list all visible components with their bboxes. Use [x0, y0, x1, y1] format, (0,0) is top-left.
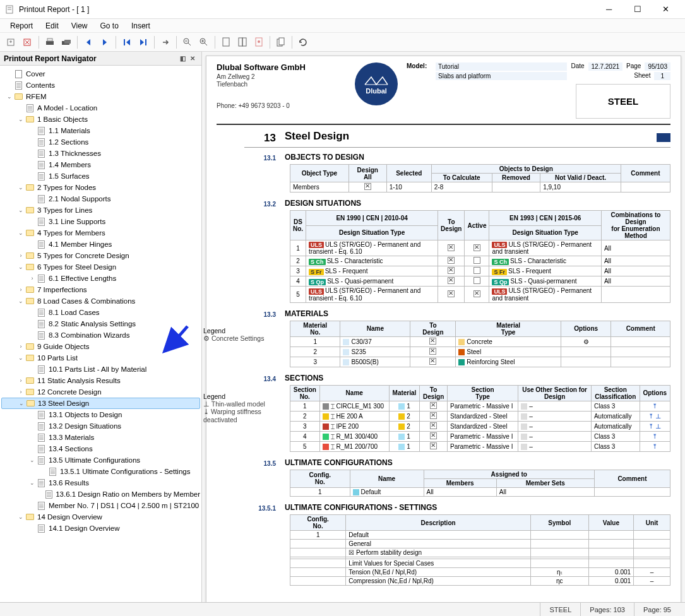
folder-icon	[25, 183, 34, 192]
tree-item[interactable]: 13.1 Objects to Design	[1, 409, 200, 420]
tree-item[interactable]: 1.4 Members	[1, 159, 200, 170]
doc-icon	[37, 478, 45, 487]
tree-label: 13.4 Sections	[47, 445, 93, 453]
navigator-tree[interactable]: CoverContents⌄RFEMA Model - Location⌄1 B…	[0, 66, 201, 602]
doc-icon	[37, 365, 45, 374]
toolbar-refresh-icon[interactable]	[295, 35, 311, 50]
tree-item[interactable]: ⌄1 Basic Objects	[1, 114, 200, 125]
tree-item[interactable]: ⌄13 Steel Design	[1, 398, 200, 409]
svg-point-22	[258, 40, 260, 43]
minimize-button[interactable]: ─	[595, 0, 623, 19]
tree-label: Cover	[25, 70, 45, 78]
close-button[interactable]: ✕	[652, 0, 680, 19]
toolbar-export-icon[interactable]	[4, 35, 19, 50]
tree-item[interactable]: Contents	[1, 80, 200, 91]
menu-goto[interactable]: Go to	[94, 21, 125, 30]
tree-label: 1.5 Surfaces	[47, 172, 90, 180]
toolbar-next-icon[interactable]	[97, 35, 112, 50]
toolbar-goto-icon[interactable]	[158, 35, 173, 50]
tree-item[interactable]: 10.1 Parts List - All by Material	[1, 364, 200, 375]
tree-label: 6 Types for Steel Design	[36, 263, 116, 271]
menu-report[interactable]: Report	[4, 21, 39, 30]
dlubal-logo-icon: Dlubal	[355, 62, 398, 105]
tree-item[interactable]: ⌄RFEM	[1, 91, 200, 102]
toolbar-last-icon[interactable]	[136, 35, 151, 50]
tree-item[interactable]: 13.3 Materials	[1, 432, 200, 443]
tree-item[interactable]: 1.1 Materials	[1, 125, 200, 136]
report-content[interactable]: Dlubal Software GmbH Am Zellweg 2 Tiefen…	[202, 52, 685, 602]
tree-label: 8.1 Load Cases	[47, 309, 100, 316]
company-addr1: Am Zellweg 2	[217, 73, 346, 81]
close-panel-icon[interactable]: ✕	[188, 54, 198, 64]
tree-item[interactable]: ⌄14 Design Overview	[1, 511, 200, 523]
tree-item[interactable]: Cover	[1, 68, 200, 80]
menu-edit[interactable]: Edit	[39, 21, 65, 30]
tree-item[interactable]: ⌄10 Parts List	[1, 352, 200, 364]
tree-item[interactable]: ›9 Guide Objects	[1, 341, 200, 352]
tree-label: 13.5 Ultimate Configurations	[47, 456, 140, 464]
tree-item[interactable]: 2.1 Nodal Supports	[1, 193, 200, 204]
table-sections: SectionNo.NameMaterialToDesignSectionTyp…	[290, 385, 670, 452]
folder-icon	[26, 399, 35, 408]
tree-item[interactable]: 1.5 Surfaces	[1, 170, 200, 182]
tree-item[interactable]: ›11 Static Analysis Results	[1, 375, 200, 386]
table-objects: Object TypeDesignAllSelectedObjects to D…	[290, 164, 670, 192]
tree-item[interactable]: 13.4 Sections	[1, 443, 200, 454]
tree-item[interactable]: 13.6.1 Design Ratio on Members by Member	[1, 489, 200, 500]
tree-item[interactable]: Member No. 7 | DS1 | CO4 | 2.500 m | ST2…	[1, 500, 200, 511]
tree-label: 8 Load Cases & Combinations	[36, 297, 135, 305]
toolbar-first-icon[interactable]	[119, 35, 134, 50]
tree-item[interactable]: A Model - Location	[1, 102, 200, 114]
tree-item[interactable]: ⌄8 Load Cases & Combinations	[1, 295, 200, 307]
toolbar-zoom-in-icon[interactable]	[196, 35, 211, 50]
folder-icon	[25, 297, 34, 305]
maximize-button[interactable]: ☐	[623, 0, 652, 19]
toolbar-copy-icon[interactable]	[273, 35, 289, 50]
toolbar-page-icon[interactable]	[218, 35, 234, 50]
tree-item[interactable]: 13.2 Design Situations	[1, 420, 200, 432]
tree-label: 14 Design Overview	[36, 513, 102, 521]
tree-item[interactable]: 3.1 Line Supports	[1, 216, 200, 227]
tree-item[interactable]: 1.3 Thicknesses	[1, 148, 200, 159]
tree-label: 8.2 Static Analysis Settings	[47, 320, 136, 328]
tree-item[interactable]: 1.2 Sections	[1, 136, 200, 148]
tree-item[interactable]: ›12 Concrete Design	[1, 386, 200, 398]
toolbar-settings-icon[interactable]	[251, 35, 266, 50]
tree-label: 13.2 Design Situations	[47, 422, 121, 430]
tree-item[interactable]: 4.1 Member Hinges	[1, 239, 200, 250]
tree-item[interactable]: ›6.1 Effective Lengths	[1, 273, 200, 284]
tree-item[interactable]: ›7 Imperfections	[1, 284, 200, 295]
tree-item[interactable]: 8.1 Load Cases	[1, 307, 200, 318]
tree-item[interactable]: ›5 Types for Concrete Design	[1, 250, 200, 261]
menu-view[interactable]: View	[65, 21, 94, 30]
toolbar-delete-icon[interactable]	[20, 35, 35, 50]
tree-item[interactable]: ⌄13.6 Results	[1, 477, 200, 489]
tree-label: 11 Static Analysis Results	[36, 377, 121, 384]
sec-13-num: 13	[206, 130, 285, 145]
svg-rect-8	[64, 40, 71, 44]
toolbar-prev-icon[interactable]	[81, 35, 96, 50]
tree-item[interactable]: 8.3 Combination Wizards	[1, 329, 200, 341]
tree-label: 7 Imperfections	[36, 286, 87, 293]
tree-item[interactable]: ⌄4 Types for Members	[1, 227, 200, 239]
toolbar-print-icon[interactable]	[42, 35, 57, 50]
tree-label: 1.3 Thicknesses	[47, 150, 101, 157]
tree-label: 13 Steel Design	[37, 400, 89, 407]
tree-label: 2.1 Nodal Supports	[47, 195, 110, 203]
tree-item[interactable]: ⌄3 Types for Lines	[1, 204, 200, 216]
toolbar-pages-icon[interactable]	[235, 35, 250, 50]
menu-insert[interactable]: Insert	[125, 21, 157, 30]
undock-icon[interactable]: ◧	[177, 54, 188, 64]
svg-rect-5	[46, 41, 54, 45]
toolbar-print-all-icon[interactable]	[59, 35, 74, 50]
tree-item[interactable]: 13.5.1 Ultimate Configurations - Setting…	[1, 466, 200, 477]
tree-item[interactable]: 14.1 Design Overview	[1, 523, 200, 534]
tree-label: 12 Concrete Design	[36, 388, 102, 396]
tree-item[interactable]: ⌄2 Types for Nodes	[1, 182, 200, 193]
tree-item[interactable]: ⌄13.5 Ultimate Configurations	[1, 454, 200, 466]
table-uc: Config.No.NameAssigned toComment Members…	[290, 470, 670, 497]
tree-item[interactable]: ⌄6 Types for Steel Design	[1, 261, 200, 273]
tree-item[interactable]: 8.2 Static Analysis Settings	[1, 318, 200, 329]
toolbar-zoom-out-icon[interactable]	[180, 35, 195, 50]
table-materials: MaterialNo.NameToDesignMaterialTypeOptio…	[290, 321, 670, 367]
